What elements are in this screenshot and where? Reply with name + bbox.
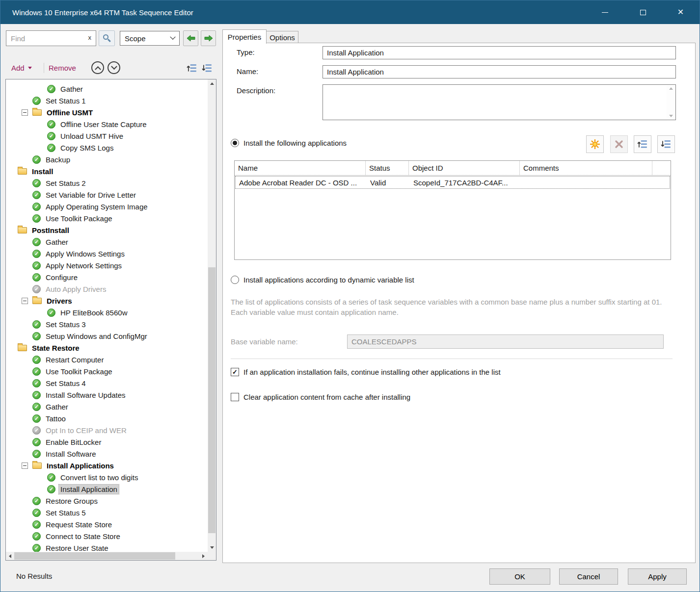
- tree-item-set-status-4[interactable]: ✓Set Status 4: [6, 377, 208, 389]
- minimize-button[interactable]: [586, 0, 624, 24]
- tree-item-install-application[interactable]: ✓Install Application: [6, 483, 208, 495]
- move-step-down-button[interactable]: [108, 61, 120, 74]
- expand-all-button[interactable]: [200, 61, 214, 75]
- tree-item-use-toolkit-package[interactable]: ✓Use Toolkit Package: [6, 365, 208, 377]
- add-button[interactable]: Add: [11, 61, 32, 74]
- vertical-scrollbar-thumb[interactable]: [208, 267, 215, 533]
- app-table-column-status[interactable]: Status: [366, 161, 409, 175]
- tree-item-gather[interactable]: ✓Gather: [6, 83, 208, 95]
- tree-item-restart-computer[interactable]: ✓Restart Computer: [6, 354, 208, 365]
- tree-item-gather[interactable]: ✓Gather: [6, 401, 208, 412]
- app-table-column-comments[interactable]: Comments: [520, 161, 652, 175]
- tree-item-setup-windows-and-configmgr[interactable]: ✓Setup Windows and ConfigMgr: [6, 330, 208, 342]
- tree-item-opt-in-to-ceip-and-wer[interactable]: ✓Opt In to CEIP and WER: [6, 424, 208, 436]
- tree-item-set-status-2[interactable]: ✓Set Status 2: [6, 177, 208, 189]
- tree-item-enable-bitlocker[interactable]: ✓Enable BitLocker: [6, 436, 208, 448]
- tree-item-restore-groups[interactable]: ✓Restore Groups: [6, 495, 208, 507]
- tree-item-auto-apply-drivers[interactable]: ✓Auto Apply Drivers: [6, 283, 208, 295]
- radio-dynamic-variable-list[interactable]: Install applications according to dynami…: [231, 276, 414, 284]
- check-icon: ✓: [32, 332, 41, 340]
- tree-item-apply-operating-system-image[interactable]: ✓Apply Operating System Image: [6, 201, 208, 212]
- tree-item-install-software[interactable]: ✓Install Software: [6, 448, 208, 460]
- tree-horizontal-scrollbar[interactable]: [6, 552, 208, 560]
- checkbox-continue-on-fail[interactable]: ✓ If an application installation fails, …: [231, 368, 501, 376]
- app-table-cell: Adobe Acrobat Reader DC - OSD ...: [236, 179, 367, 187]
- tree-item-apply-windows-settings[interactable]: ✓Apply Windows Settings: [6, 248, 208, 259]
- tree-item-tattoo[interactable]: ✓Tattoo: [6, 412, 208, 424]
- close-button[interactable]: ✕: [662, 0, 700, 24]
- window-controls: ✕: [586, 0, 700, 24]
- tree-item-apply-network-settings[interactable]: ✓Apply Network Settings: [6, 259, 208, 271]
- scroll-down-button[interactable]: [208, 543, 216, 552]
- tab-options[interactable]: Options: [266, 31, 298, 44]
- add-application-button[interactable]: [586, 135, 604, 153]
- cancel-button[interactable]: Cancel: [559, 568, 618, 585]
- tree-item-set-status-1[interactable]: ✓Set Status 1: [6, 95, 208, 106]
- tree-item-configure[interactable]: ✓Configure: [6, 271, 208, 283]
- scroll-left-button[interactable]: [6, 552, 14, 560]
- check-icon: ✓: [47, 120, 55, 129]
- description-field[interactable]: [323, 84, 676, 120]
- tree-group-state-restore[interactable]: State Restore: [6, 342, 208, 354]
- find-input[interactable]: [6, 31, 96, 46]
- tab-properties[interactable]: Properties: [222, 29, 267, 44]
- collapse-expander-icon[interactable]: [22, 109, 28, 116]
- tree-item-set-variable-for-drive-letter[interactable]: ✓Set Variable for Drive Letter: [6, 189, 208, 201]
- find-next-button[interactable]: [201, 30, 216, 46]
- app-table-row[interactable]: Adobe Acrobat Reader DC - OSD ...ValidSc…: [235, 176, 670, 189]
- search-button[interactable]: [99, 30, 115, 46]
- tree-item-hp-elitebook-8560w[interactable]: ✓HP EliteBook 8560w: [6, 307, 208, 318]
- check-icon: ✓: [32, 367, 41, 376]
- tree-item-unload-usmt-hive[interactable]: ✓Unload USMT Hive: [6, 130, 208, 142]
- tree-item-gather[interactable]: ✓Gather: [6, 236, 208, 248]
- tree-item-offline-user-state-capture[interactable]: ✓Offline User State Capture: [6, 118, 208, 130]
- tree-item-set-status-3[interactable]: ✓Set Status 3: [6, 318, 208, 330]
- scroll-right-button[interactable]: [199, 552, 208, 560]
- tree-item-request-state-store[interactable]: ✓Request State Store: [6, 518, 208, 530]
- check-icon: ✓: [47, 309, 55, 317]
- tree-group-offline-usmt[interactable]: Offline USMT: [6, 106, 208, 118]
- tree-item-set-status-5[interactable]: ✓Set Status 5: [6, 507, 208, 518]
- tree-group-postinstall[interactable]: PostInstall: [6, 224, 208, 236]
- scroll-up-button[interactable]: [208, 79, 216, 88]
- arrow-right-icon: [204, 35, 214, 42]
- maximize-button[interactable]: [624, 0, 662, 24]
- applications-table: NameStatusObject IDComments Adobe Acroba…: [234, 160, 671, 260]
- move-application-up-button[interactable]: [634, 135, 651, 153]
- remove-button[interactable]: Remove: [49, 61, 76, 74]
- tree-group-drivers[interactable]: Drivers: [6, 295, 208, 307]
- collapse-expander-icon[interactable]: [22, 298, 28, 304]
- tree-group-install[interactable]: Install: [6, 165, 208, 177]
- checkbox-clear-cache[interactable]: Clear application content from cache aft…: [231, 393, 410, 401]
- scope-dropdown[interactable]: Scope: [120, 31, 180, 46]
- horizontal-scrollbar-thumb[interactable]: [14, 552, 175, 560]
- tree-item-label: HP EliteBook 8560w: [59, 308, 129, 317]
- apply-button[interactable]: Apply: [628, 568, 687, 585]
- radio-install-following-apps[interactable]: Install the following applications: [231, 139, 347, 147]
- tree-item-connect-to-state-store[interactable]: ✓Connect to State Store: [6, 530, 208, 542]
- name-field[interactable]: [323, 65, 676, 78]
- move-step-up-button[interactable]: [91, 61, 104, 74]
- find-field: x: [6, 30, 96, 46]
- app-table-column-name[interactable]: Name: [235, 161, 366, 175]
- tree-item-restore-user-state[interactable]: ✓Restore User State: [6, 542, 208, 552]
- check-icon: ✓: [32, 320, 41, 329]
- tree-item-use-toolkit-package[interactable]: ✓Use Toolkit Package: [6, 212, 208, 224]
- find-previous-button[interactable]: [183, 30, 198, 46]
- tree-vertical-scrollbar[interactable]: [208, 79, 216, 552]
- tree-item-install-software-updates[interactable]: ✓Install Software Updates: [6, 389, 208, 401]
- search-status: No Results: [16, 572, 52, 580]
- collapse-expander-icon[interactable]: [22, 463, 28, 469]
- description-scrollbar[interactable]: [667, 85, 675, 119]
- app-table-column-object-id[interactable]: Object ID: [409, 161, 520, 175]
- check-icon: ✓: [32, 509, 41, 517]
- ok-button[interactable]: OK: [489, 568, 550, 585]
- move-application-down-button[interactable]: [657, 135, 675, 153]
- tree-group-install-applications[interactable]: Install Applications: [6, 460, 208, 471]
- tree-item-convert-list-to-two-digits[interactable]: ✓Convert list to two digits: [6, 471, 208, 483]
- clear-find-icon[interactable]: x: [88, 34, 92, 41]
- tree-item-backup[interactable]: ✓Backup: [6, 154, 208, 165]
- collapse-all-button[interactable]: [185, 61, 198, 75]
- tree-item-copy-sms-logs[interactable]: ✓Copy SMS Logs: [6, 142, 208, 154]
- check-icon: ✓: [32, 191, 41, 199]
